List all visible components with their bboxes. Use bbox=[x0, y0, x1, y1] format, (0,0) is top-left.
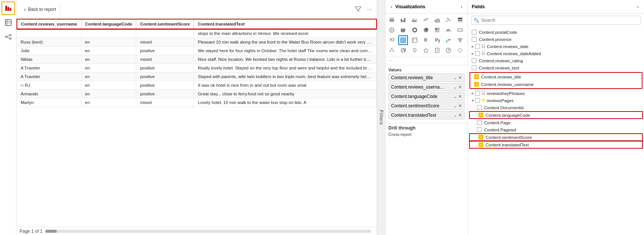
viz-scatter-icon[interactable] bbox=[444, 15, 453, 25]
group-item[interactable]: ▸☷reviewsKeyPhrases bbox=[468, 90, 644, 97]
viz-line-icon[interactable] bbox=[421, 15, 431, 25]
fields-expand-icon[interactable]: › bbox=[636, 3, 640, 10]
value-chip[interactable]: Content.reviews_userna…⌄✕ bbox=[388, 83, 465, 91]
back-to-report-button[interactable]: ‹ Back to report bbox=[20, 4, 60, 15]
field-checkbox[interactable] bbox=[478, 135, 483, 140]
chip-icons: ⌄✕ bbox=[453, 84, 462, 90]
group-name-label: reviewsPages bbox=[487, 98, 514, 103]
group-checkbox[interactable] bbox=[475, 98, 480, 103]
search-input[interactable] bbox=[471, 16, 641, 25]
viz-table-icon[interactable] bbox=[398, 35, 408, 45]
viz-smart-icon[interactable] bbox=[421, 45, 431, 55]
viz-filled-map-icon[interactable] bbox=[398, 25, 408, 35]
viz-map-icon[interactable] bbox=[387, 25, 397, 35]
table-row[interactable]: m RJenpositiveIt was ok hotel is nice fr… bbox=[17, 81, 376, 90]
field-item[interactable]: Content.languageCode bbox=[469, 111, 642, 119]
viz-ai-icon[interactable]: AI bbox=[398, 45, 408, 55]
chip-icons: ⌄✕ bbox=[453, 103, 462, 108]
field-checkbox[interactable] bbox=[477, 120, 482, 125]
field-item[interactable]: Content.reviews_title bbox=[470, 73, 642, 80]
viz-expand-icon[interactable]: › bbox=[459, 3, 464, 10]
field-item[interactable]: Content.Pagesid bbox=[468, 126, 644, 133]
field-checkbox[interactable] bbox=[474, 82, 479, 87]
field-checkbox[interactable] bbox=[477, 127, 482, 132]
field-item[interactable]: Content.province bbox=[468, 36, 644, 43]
field-item[interactable]: Content.reviews_username bbox=[470, 81, 642, 88]
value-chip[interactable]: Content.languageCode⌄✕ bbox=[388, 92, 465, 101]
group-item[interactable]: ▸☷Content.reviews_date bbox=[468, 43, 644, 50]
field-item[interactable]: Content.Page bbox=[468, 119, 644, 126]
viz-r-icon[interactable]: R bbox=[421, 35, 431, 45]
cell-text: We stayed here for four nights in Octobe… bbox=[194, 47, 376, 55]
table-container[interactable]: Content.reviews_username Content.languag… bbox=[17, 19, 377, 227]
field-item[interactable]: Content.reviews_rating bbox=[468, 57, 644, 64]
group-checkbox[interactable] bbox=[475, 44, 480, 49]
viz-100pct-icon[interactable] bbox=[455, 15, 465, 25]
viz-donut-icon[interactable] bbox=[410, 25, 420, 35]
field-checkbox[interactable] bbox=[472, 30, 477, 35]
svg-point-9 bbox=[9, 38, 11, 39]
field-checkbox[interactable] bbox=[477, 105, 482, 110]
model-sidebar-icon[interactable] bbox=[2, 30, 15, 44]
viz-stacked-bar-icon[interactable] bbox=[387, 15, 397, 25]
field-item[interactable]: Content.translatedText bbox=[469, 141, 642, 148]
table-row[interactable]: ArmandoenpositiveGreat stay... close to … bbox=[17, 90, 376, 98]
viz-gauge-icon[interactable] bbox=[444, 25, 453, 35]
field-item[interactable]: Content.reviews_text bbox=[468, 64, 644, 71]
viz-decomp-icon[interactable] bbox=[387, 45, 397, 55]
table-row[interactable]: Russ (kent)enmixedPleasant 10 min walk a… bbox=[17, 38, 376, 47]
viz-collapse-icon[interactable]: ‹ bbox=[389, 3, 394, 10]
viz-funnel-icon[interactable] bbox=[455, 35, 465, 45]
viz-bar-chart-icon[interactable] bbox=[398, 15, 408, 25]
filters-panel[interactable]: Filters bbox=[377, 0, 385, 235]
value-chip[interactable]: Content.translatedText⌄✕ bbox=[388, 111, 465, 119]
group-checkbox[interactable] bbox=[475, 91, 480, 96]
drill-section: Drill through Cross-report bbox=[385, 123, 468, 139]
cell-sentiment: positive bbox=[136, 64, 194, 72]
viz-area-icon[interactable] bbox=[432, 15, 442, 25]
filter-icon[interactable] bbox=[354, 4, 363, 14]
viz-pie-icon[interactable] bbox=[421, 25, 431, 35]
viz-more-btn[interactable]: ⋯ bbox=[385, 57, 468, 65]
drill-label: Drill through bbox=[388, 125, 415, 131]
field-item[interactable]: Content.postalCode bbox=[468, 29, 644, 36]
table-row[interactable]: MartynenmixedLovely hotel, 10 min walk t… bbox=[17, 98, 376, 107]
cell-username: Armando bbox=[17, 90, 81, 98]
viz-kpi-icon[interactable]: KPI bbox=[387, 35, 397, 45]
viz-custom-icon[interactable] bbox=[455, 45, 465, 55]
group-item[interactable]: ▸☷Content.reviews_dateAdded bbox=[468, 50, 644, 57]
viz-qna-icon[interactable] bbox=[410, 45, 420, 55]
table-row[interactable]: A TravelerenpositiveStayed with parents,… bbox=[17, 72, 376, 81]
viz-matrix-icon[interactable] bbox=[410, 35, 420, 45]
viz-card-icon[interactable] bbox=[455, 25, 465, 35]
viz-import-icon[interactable]: + bbox=[444, 45, 453, 55]
field-item[interactable]: Content.Documentid bbox=[468, 104, 644, 111]
field-checkbox[interactable] bbox=[472, 58, 477, 63]
value-chip[interactable]: Content.reviews_title⌄✕ bbox=[388, 74, 465, 82]
field-checkbox[interactable] bbox=[478, 142, 483, 147]
field-item[interactable]: Content.sentimentScore bbox=[469, 134, 642, 141]
more-options-icon[interactable]: ⋯ bbox=[366, 5, 373, 14]
right-panel: ‹ Visualizations › KPI R bbox=[385, 0, 644, 235]
col-header-text: Content.translatedText bbox=[194, 19, 376, 29]
report-sidebar-icon[interactable] bbox=[2, 2, 15, 15]
viz-waterfall-icon[interactable] bbox=[444, 35, 453, 45]
group-checkbox[interactable] bbox=[475, 51, 480, 56]
table-row[interactable]: stops to the main attractions in Venice.… bbox=[17, 29, 376, 38]
data-sidebar-icon[interactable] bbox=[2, 16, 15, 29]
group-item[interactable]: ▾⚒reviewsPages bbox=[468, 97, 644, 104]
field-checkbox[interactable] bbox=[472, 37, 477, 42]
field-checkbox[interactable] bbox=[478, 113, 483, 118]
field-checkbox[interactable] bbox=[474, 74, 479, 79]
svg-rect-17 bbox=[404, 18, 405, 22]
viz-treemap-icon[interactable] bbox=[432, 25, 442, 35]
table-row[interactable]: JulieenpositiveWe stayed here for four n… bbox=[17, 47, 376, 55]
table-row[interactable]: A TravelerenpositiveReally lovely hotel.… bbox=[17, 64, 376, 72]
viz-clustered-icon[interactable] bbox=[410, 15, 420, 25]
table-row[interactable]: NiklasenmixedNice staff. Nice location. … bbox=[17, 55, 376, 64]
viz-py-icon[interactable]: Py bbox=[432, 35, 442, 45]
viz-paginated-icon[interactable] bbox=[432, 45, 442, 55]
value-chip[interactable]: Content.sentimentScore⌄✕ bbox=[388, 102, 465, 110]
field-name-label: Content.Documentid bbox=[484, 105, 524, 110]
field-checkbox[interactable] bbox=[472, 65, 477, 70]
